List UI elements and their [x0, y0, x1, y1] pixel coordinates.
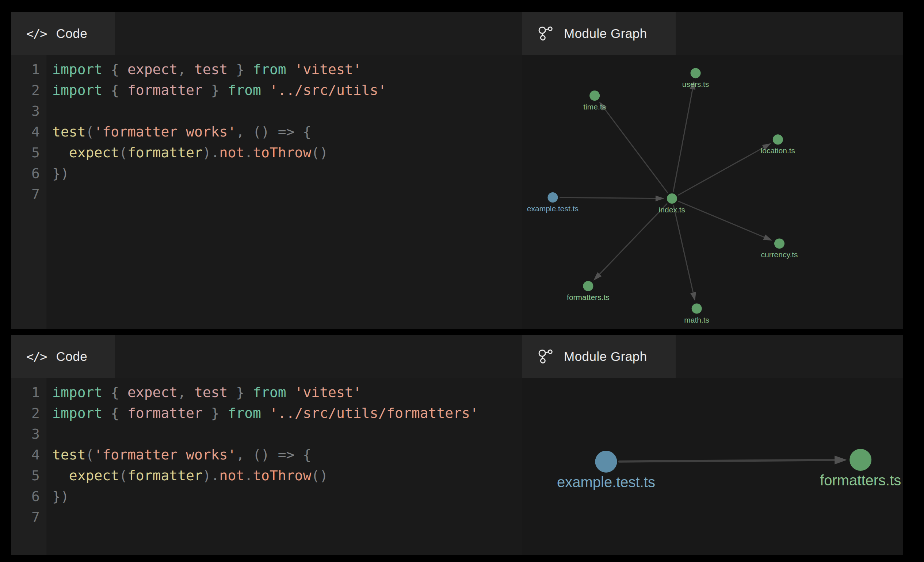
graph-edge-arrow [690, 292, 696, 301]
code-line: 3 [11, 424, 522, 444]
code-icon: </> [26, 26, 46, 41]
line-number: 7 [11, 184, 46, 205]
graph-node-formatters[interactable] [849, 449, 872, 471]
tab-code[interactable]: </> Code [11, 335, 115, 378]
code-lines: 1import { expect, test } from 'vitest'2i… [11, 382, 522, 528]
code-line: 7 [11, 507, 522, 528]
code-line: 3 [11, 101, 522, 121]
code-line: 1import { expect, test } from 'vitest' [11, 59, 522, 80]
tab-code[interactable]: </> Code [11, 12, 115, 55]
graph-edge-index-formatters [596, 204, 667, 278]
code-line: 2import { formatter } from '../src/utils… [11, 403, 522, 424]
graph-edge-example-formatters [619, 460, 841, 461]
line-number: 5 [11, 142, 46, 163]
line-number: 6 [11, 486, 46, 507]
code-panel-bottom: </> Code 1import { expect, test } from '… [11, 335, 522, 555]
graph-node-label-example: example.test.ts [527, 204, 579, 213]
graph-node-label-currency: currency.ts [761, 250, 798, 259]
code-panel-header: </> Code [11, 12, 522, 55]
code-lines: 1import { expect, test } from 'vitest'2i… [11, 59, 522, 205]
graph-node-label-users: users.ts [682, 80, 709, 88]
graph-node-label-math: math.ts [684, 316, 709, 324]
code-panel-header: </> Code [11, 335, 522, 378]
code-icon: </> [26, 349, 46, 364]
line-number: 5 [11, 465, 46, 486]
tab-code-label: Code [56, 349, 87, 364]
tab-code-label: Code [56, 26, 87, 41]
module-graph-icon [538, 25, 554, 42]
code-line: 2import { formatter } from '../src/utils… [11, 80, 522, 101]
module-graph-icon [538, 348, 554, 365]
graph-node-index[interactable] [667, 193, 677, 204]
graph-node-currency[interactable] [774, 238, 784, 248]
line-number: 3 [11, 424, 46, 444]
tab-module-graph[interactable]: Module Graph [522, 335, 676, 378]
line-number: 1 [11, 382, 46, 403]
tab-module-graph-label: Module Graph [564, 26, 647, 41]
line-number: 6 [11, 163, 46, 184]
graph-edge-index-currency [679, 202, 768, 239]
line-number: 4 [11, 444, 46, 465]
graph-node-label-index: index.ts [659, 205, 685, 214]
graph-node-math[interactable] [692, 303, 702, 314]
graph-node-label-formatters: formatters.ts [820, 472, 901, 488]
graph-node-example[interactable] [595, 451, 617, 472]
module-graph-svg: example.test.tsformatters.ts [522, 378, 903, 555]
code-line: 7 [11, 184, 522, 205]
graph-node-label-formatters: formatters.ts [567, 293, 609, 302]
module-graph-header: Module Graph [522, 12, 903, 55]
graph-edge-arrow [834, 456, 847, 465]
line-number: 3 [11, 101, 46, 121]
code-line: 4test('formatter works', () => { [11, 444, 522, 465]
graph-edge-index-users [674, 85, 693, 191]
graph-edge-index-location [678, 145, 767, 195]
code-line: 6}) [11, 486, 522, 507]
code-line: 5 expect(formatter).not.toThrow() [11, 465, 522, 486]
code-line: 5 expect(formatter).not.toThrow() [11, 142, 522, 163]
graph-node-label-example: example.test.ts [557, 474, 655, 490]
line-number: 2 [11, 80, 46, 101]
line-number: 7 [11, 507, 46, 528]
module-graph-header: Module Graph [522, 335, 903, 378]
code-line: 4test('formatter works', () => { [11, 121, 522, 142]
graph-node-users[interactable] [691, 68, 701, 78]
graph-node-label-time: time.ts [583, 103, 606, 111]
graph-node-label-location: location.ts [761, 146, 795, 155]
graph-edge-arrow [763, 235, 772, 241]
graph-node-time[interactable] [590, 91, 600, 101]
tab-module-graph[interactable]: Module Graph [522, 12, 676, 55]
graph-node-location[interactable] [773, 134, 783, 145]
graph-node-formatters[interactable] [583, 281, 593, 291]
code-editor[interactable]: 1import { expect, test } from 'vitest'2i… [11, 55, 522, 329]
module-graph-canvas[interactable]: example.test.tsformatters.ts [522, 378, 903, 555]
code-line: 1import { expect, test } from 'vitest' [11, 382, 522, 403]
graph-edge-index-time [602, 105, 668, 193]
graph-node-example[interactable] [548, 192, 558, 203]
module-graph-svg: users.tstime.tslocation.tsexample.test.t… [522, 55, 903, 329]
graph-edge-arrow [656, 196, 664, 202]
module-graph-panel-top: Module Graph users.tstime.tslocation.tse… [522, 12, 903, 329]
code-panel-top: </> Code 1import { expect, test } from '… [11, 12, 522, 329]
line-number: 4 [11, 121, 46, 142]
graph-edge-example-index [560, 197, 660, 199]
line-number: 1 [11, 59, 46, 80]
module-graph-canvas[interactable]: users.tstime.tslocation.tsexample.test.t… [522, 55, 903, 329]
tab-module-graph-label: Module Graph [564, 349, 647, 364]
module-graph-panel-bottom: Module Graph example.test.tsformatters.t… [522, 335, 903, 555]
code-editor[interactable]: 1import { expect, test } from 'vitest'2i… [11, 378, 522, 555]
graph-edge-index-math [674, 206, 694, 297]
line-number: 2 [11, 403, 46, 424]
code-line: 6}) [11, 163, 522, 184]
